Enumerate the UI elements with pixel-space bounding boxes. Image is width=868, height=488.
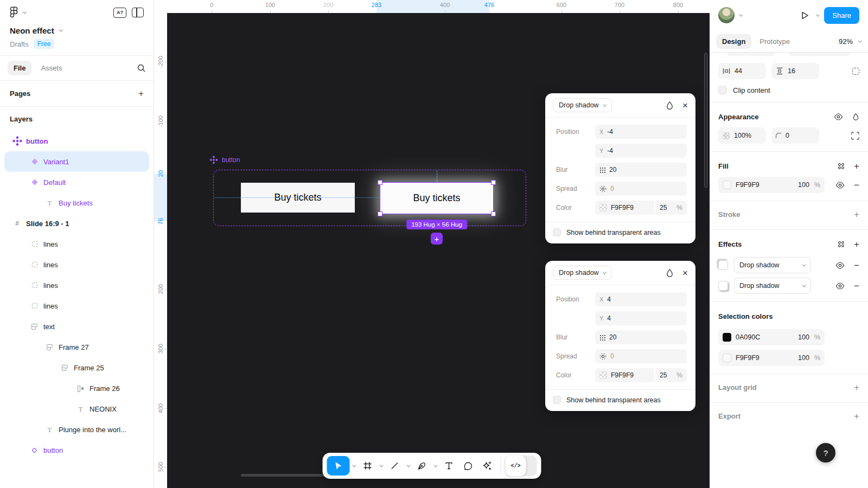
effect-type-dropdown[interactable]: Drop shadow	[734, 278, 811, 294]
shape-tool-button[interactable]	[386, 456, 404, 476]
breadcrumb[interactable]: Drafts	[10, 40, 29, 48]
add-effect-icon[interactable]: +	[854, 240, 859, 249]
layer-row-component-button[interactable]: button	[0, 131, 154, 151]
frame-tool-button[interactable]	[359, 456, 377, 476]
share-button[interactable]: Share	[824, 7, 859, 24]
search-icon[interactable]	[137, 63, 146, 73]
layer-row-buy-tickets[interactable]: T Buy tickets	[0, 192, 154, 213]
layer-row-frame26[interactable]: Frame 26	[0, 378, 154, 399]
shape-tool-chevron-icon[interactable]	[405, 456, 412, 476]
add-fill-icon[interactable]: +	[854, 162, 859, 171]
zoom-chevron-icon[interactable]	[858, 38, 862, 42]
pen-tool-button[interactable]	[413, 456, 431, 476]
avatar[interactable]	[718, 7, 735, 23]
layer-row-lines[interactable]: lines	[0, 275, 154, 296]
corner-radius-input[interactable]: 0	[771, 127, 819, 144]
styles-grid-icon[interactable]	[838, 241, 845, 248]
account-chevron-icon[interactable]	[739, 12, 743, 16]
blend-mode-icon[interactable]	[852, 113, 859, 121]
shadow-y-input[interactable]: Y 4	[595, 311, 687, 325]
layer-row-lines[interactable]: lines	[0, 254, 154, 275]
layer-row-plunge[interactable]: T Plunge into the worl...	[0, 419, 154, 440]
shadow-blur-input[interactable]: 20	[595, 163, 687, 177]
effect-type-dropdown[interactable]: Drop shadow	[734, 257, 811, 273]
add-stroke-icon[interactable]: +	[854, 210, 859, 219]
canvas[interactable]: 0 100 200 283 400 476 600 700 800 -200 -…	[154, 0, 710, 488]
shadow-x-input[interactable]: X 4	[595, 292, 687, 306]
text-tool-button[interactable]	[440, 456, 458, 476]
help-button[interactable]: ?	[816, 443, 835, 463]
layer-row-lines[interactable]: lines	[0, 234, 154, 254]
shadow-blur-input[interactable]: 20	[595, 330, 687, 344]
present-chevron-icon[interactable]	[816, 12, 820, 16]
resize-handle[interactable]	[378, 180, 382, 185]
color-swatch-white[interactable]	[723, 354, 731, 362]
visibility-eye-icon[interactable]	[835, 182, 845, 189]
layer-row-neonix[interactable]: T NEONIX	[0, 399, 154, 419]
toggle-panel-icon[interactable]	[132, 8, 144, 17]
resize-handle[interactable]	[491, 211, 496, 216]
remove-effect-icon[interactable]: −	[854, 281, 859, 291]
show-behind-checkbox[interactable]	[553, 396, 561, 404]
color-swatch[interactable]	[599, 371, 607, 379]
opacity-input[interactable]: 100%	[718, 127, 766, 144]
layer-row-variant1[interactable]: Variant1	[4, 151, 149, 172]
blend-mode-icon[interactable]	[666, 268, 674, 278]
move-tool-button[interactable]	[327, 456, 350, 476]
shadow-color-input[interactable]: F9F9F9	[595, 368, 654, 382]
main-menu-chevron-icon[interactable]	[23, 10, 27, 14]
shadow-type-dropdown[interactable]: Drop shadow	[553, 266, 612, 280]
individual-padding-icon[interactable]	[852, 68, 859, 75]
close-icon[interactable]: ×	[682, 268, 688, 278]
actions-tool-button[interactable]	[478, 456, 496, 476]
resize-handle[interactable]	[378, 211, 382, 216]
expand-icon[interactable]	[851, 132, 859, 140]
dev-mode-toggle[interactable]: </>	[506, 455, 537, 476]
fill-color-input[interactable]: F9F9F9 100%	[718, 177, 825, 193]
tab-prototype[interactable]: Prototype	[754, 34, 796, 49]
shadow-type-dropdown[interactable]: Drop shadow	[553, 98, 612, 112]
remove-fill-icon[interactable]: −	[854, 181, 859, 190]
styles-grid-icon[interactable]	[838, 163, 845, 170]
layer-row-frame25[interactable]: Frame 25	[0, 357, 154, 378]
shadow-spread-input[interactable]: 0	[595, 349, 687, 363]
layer-row-lines[interactable]: lines	[0, 296, 154, 316]
selection-color-input[interactable]: F9F9F9 100%	[718, 350, 825, 366]
selection-color-input[interactable]: 0A090C 100%	[718, 329, 825, 345]
fill-swatch[interactable]	[723, 181, 731, 189]
tab-assets[interactable]: Assets	[35, 61, 68, 75]
zoom-level[interactable]: 92%	[839, 37, 853, 46]
canvas-vertical-scrollbar[interactable]	[704, 53, 707, 188]
visibility-eye-icon[interactable]	[834, 113, 843, 120]
layer-row-slide[interactable]: # Slide 16:9 - 1	[0, 213, 154, 234]
comment-tool-button[interactable]	[459, 456, 477, 476]
tab-file[interactable]: File	[8, 61, 31, 75]
color-swatch[interactable]	[599, 204, 607, 211]
blend-mode-icon[interactable]	[666, 101, 674, 110]
show-behind-checkbox[interactable]	[553, 228, 561, 236]
frame-tool-chevron-icon[interactable]	[378, 456, 385, 476]
layer-row-instance-button[interactable]: button	[0, 440, 154, 460]
add-layout-grid-icon[interactable]: +	[854, 383, 859, 392]
shadow-y-input[interactable]: Y -4	[595, 144, 687, 158]
add-page-icon[interactable]: +	[138, 89, 144, 98]
resize-handle[interactable]	[491, 180, 496, 185]
clip-content-checkbox[interactable]	[718, 86, 727, 94]
remove-effect-icon[interactable]: −	[854, 261, 859, 270]
visibility-eye-icon[interactable]	[835, 262, 845, 269]
draft-rename-icon[interactable]: A?	[113, 8, 126, 18]
add-variant-button[interactable]: +	[431, 233, 443, 245]
effect-thumbnail[interactable]	[718, 281, 728, 291]
shadow-x-input[interactable]: X -4	[595, 125, 687, 139]
close-icon[interactable]: ×	[682, 101, 688, 110]
shadow-opacity-input[interactable]: 25 %	[655, 201, 687, 215]
layer-row-text[interactable]: text	[0, 316, 154, 337]
shadow-spread-input[interactable]: 0	[595, 182, 687, 196]
add-export-icon[interactable]: +	[854, 412, 859, 421]
shadow-opacity-input[interactable]: 25 %	[655, 368, 687, 382]
color-swatch-black[interactable]	[723, 333, 731, 342]
vertical-padding-input[interactable]: 16	[771, 63, 819, 79]
effect-thumbnail[interactable]	[718, 260, 728, 270]
horizontal-padding-input[interactable]: 44	[718, 63, 766, 79]
pen-tool-chevron-icon[interactable]	[432, 456, 439, 476]
